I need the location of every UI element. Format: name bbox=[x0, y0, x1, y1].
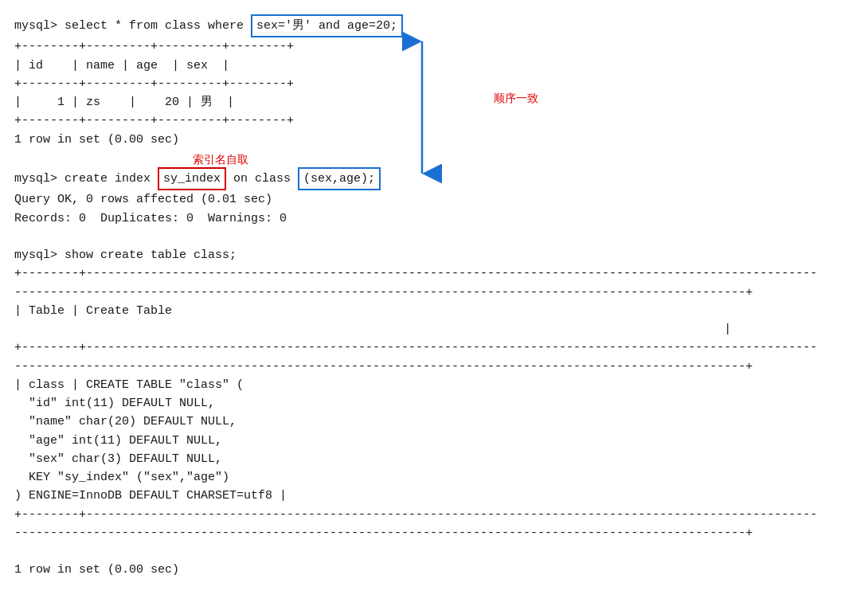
suoyin-label: 索引名自取 bbox=[193, 153, 248, 167]
line-id-def: "id" int(11) DEFAULT NULL, bbox=[14, 394, 854, 413]
line-dashed2b: ----------------------------------------… bbox=[14, 358, 854, 376]
line-name-def: "name" char(20) DEFAULT NULL, bbox=[14, 413, 854, 431]
line-table-sep3: +--------+---------+---------+--------+ bbox=[14, 111, 854, 130]
line-key-def: KEY "sy_index" ("sex","age") bbox=[14, 468, 854, 487]
shunxu-label: 顺序一致 bbox=[494, 92, 538, 106]
terminal-output: mysql> select * from class where sex='男'… bbox=[14, 14, 854, 580]
line-create-index: mysql> create index sy_index on class (s… bbox=[14, 167, 854, 190]
line-show-create: mysql> show create table class; bbox=[14, 246, 854, 264]
line-query-ok: Query OK, 0 rows affected (0.01 sec) bbox=[14, 190, 854, 209]
line-sex-def: "sex" char(3) DEFAULT NULL, bbox=[14, 450, 854, 468]
line-table-row: | 1 | zs | 20 | 男 | bbox=[14, 93, 854, 111]
line-age-def: "age" int(11) DEFAULT NULL, bbox=[14, 432, 854, 450]
line-engine-def: ) ENGINE=InnoDB DEFAULT CHARSET=utf8 | bbox=[14, 487, 854, 505]
line-dashed2: +--------+------------------------------… bbox=[14, 338, 854, 357]
line-table-sep1: +--------+---------+---------+--------+ bbox=[14, 37, 854, 56]
line-empty2 bbox=[14, 228, 854, 246]
line-records: Records: 0 Duplicates: 0 Warnings: 0 bbox=[14, 209, 854, 228]
line-col-header-cont: | bbox=[14, 320, 854, 338]
sy-index-box: sy_index bbox=[158, 167, 226, 190]
line-empty3 bbox=[14, 542, 854, 561]
line-dashed1: +--------+------------------------------… bbox=[14, 264, 854, 283]
line-rowcount1: 1 row in set (0.00 sec) bbox=[14, 131, 854, 149]
line-col-header: | Table | Create Table bbox=[14, 302, 854, 320]
line-select-query: mysql> select * from class where sex='男'… bbox=[14, 14, 854, 37]
line-table-header: | id | name | age | sex | bbox=[14, 57, 854, 75]
line-class-row: | class | CREATE TABLE "class" ( bbox=[14, 376, 854, 394]
sex-age-box: (sex,age); bbox=[298, 167, 381, 190]
line-empty1 bbox=[14, 149, 854, 167]
select-where-box: sex='男' and age=20; bbox=[251, 14, 403, 37]
line-rowcount2: 1 row in set (0.00 sec) bbox=[14, 561, 854, 579]
line-dashed3b: ----------------------------------------… bbox=[14, 524, 854, 542]
line-dashed1b: ----------------------------------------… bbox=[14, 284, 854, 302]
line-dashed3: +--------+------------------------------… bbox=[14, 506, 854, 524]
line-table-sep2: +--------+---------+---------+--------+ bbox=[14, 75, 854, 93]
